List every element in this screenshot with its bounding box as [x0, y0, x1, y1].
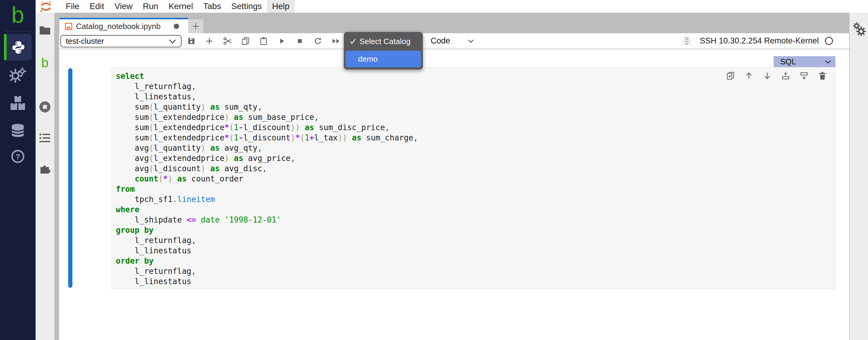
stop-icon[interactable] [295, 36, 304, 46]
cut-icon[interactable] [223, 36, 232, 46]
catalog-dropdown-title: Select Catalog [360, 37, 410, 46]
code-line: l_linestatus [116, 246, 418, 256]
chevron-down-icon [169, 39, 176, 44]
packages-icon [10, 95, 26, 111]
move-down-icon[interactable] [763, 72, 772, 80]
menu-edit[interactable]: Edit [85, 0, 109, 13]
tab-bar: Catalog_notebook.ipynb [59, 13, 849, 33]
rail-item-database[interactable] [0, 121, 36, 140]
code-line: l_linestatus [116, 276, 418, 287]
sidebar-item-file-browser[interactable] [36, 22, 54, 39]
code-cell[interactable]: select l_returnflag, l_linestatus, sum(l… [112, 67, 835, 289]
new-tab-button[interactable] [188, 19, 203, 33]
code-line: avg(l_extendedprice) as avg_price, [116, 153, 418, 163]
cell-type-select[interactable]: Code [431, 33, 474, 49]
kernel-name: SSH 10.30.2.254 Remote-Kernel [700, 36, 819, 46]
menu-kernel[interactable]: Kernel [163, 0, 198, 13]
rail-item-packages[interactable] [0, 93, 36, 113]
code-line: sum(l_quantity) as sum_qty, [116, 102, 418, 112]
run-icon[interactable] [277, 36, 286, 46]
toc-list-icon [39, 133, 51, 143]
rail-item-help[interactable]: ? [0, 147, 36, 166]
python-icon [11, 40, 26, 55]
code-line: from [116, 184, 418, 194]
rail-item-python-notebook[interactable] [4, 34, 32, 60]
tab-title: Catalog_notebook.ipynb [76, 22, 160, 31]
copy-icon[interactable] [241, 36, 250, 46]
save-icon[interactable] [187, 36, 196, 46]
code-line: sum(l_extendedprice*(1-l_discount)*(1+l_… [116, 133, 418, 143]
jupyter-orange-logo [40, 1, 52, 12]
duplicate-cell-icon[interactable] [726, 72, 735, 80]
unsaved-dot-icon[interactable] [174, 24, 179, 29]
running-kernels-icon [39, 101, 51, 113]
code-line: avg(l_discount) as avg_disc, [116, 163, 418, 174]
chevron-down-icon [825, 60, 831, 64]
paste-icon[interactable] [259, 36, 268, 46]
menubar: File Edit View Run Kernel Tabs Settings … [36, 0, 868, 13]
cell-collapser[interactable] [68, 68, 72, 288]
svg-text:?: ? [16, 152, 20, 161]
active-indicator [4, 34, 7, 60]
folder-icon [39, 25, 51, 35]
code-line: group by [116, 225, 418, 235]
notebook-toolbar: test-cluster [59, 33, 849, 49]
code-line: l_shipdate <= date '1998-12-01' [116, 215, 418, 225]
cell-toolbar [726, 72, 827, 80]
sidebar-item-running-kernels[interactable] [36, 98, 54, 115]
app-rail: b [0, 0, 36, 340]
right-sidebar [849, 13, 868, 340]
bug-icon[interactable] [682, 36, 692, 46]
code-line: l_linestatus, [116, 91, 418, 102]
rail-divider [4, 31, 32, 31]
sidebar-border-band [54, 13, 59, 340]
jupyter-sidebar: b [36, 13, 54, 340]
menu-run[interactable]: Run [138, 0, 163, 13]
sidebar-item-b-extension[interactable]: b [36, 54, 54, 71]
puzzle-icon [39, 163, 51, 174]
cell-language-select[interactable]: SQL [774, 56, 835, 67]
sidebar-item-extensions[interactable] [36, 160, 54, 177]
kernel-status-group: SSH 10.30.2.254 Remote-Kernel [682, 33, 833, 49]
menu-view[interactable]: View [109, 0, 137, 13]
catalog-dropdown: Select Catalog demo [344, 32, 423, 69]
code-editor[interactable]: select l_returnflag, l_linestatus, sum(l… [116, 71, 418, 287]
code-line: count(*) as count_order [116, 174, 418, 184]
catalog-option-demo[interactable]: demo [346, 51, 421, 67]
menu-tabs[interactable]: Tabs [198, 0, 226, 13]
move-up-icon[interactable] [745, 72, 753, 80]
cluster-select-value: test-cluster [66, 36, 104, 46]
code-line: select [116, 71, 418, 81]
run-all-icon[interactable] [332, 36, 341, 46]
code-line: sum(l_extendedprice*(1-l_discount)) as s… [116, 122, 418, 133]
code-line: sum(l_extendedprice) as sum_base_price, [116, 112, 418, 122]
delete-cell-icon[interactable] [818, 72, 827, 80]
check-icon [349, 38, 356, 45]
code-line: order by [116, 256, 418, 266]
property-gears-icon [852, 22, 866, 36]
menu-settings[interactable]: Settings [226, 0, 267, 13]
code-line: avg(l_quantity) as avg_qty, [116, 143, 418, 153]
menu-help[interactable]: Help [267, 0, 294, 13]
code-line: l_returnflag, [116, 235, 418, 246]
insert-above-icon[interactable] [781, 72, 790, 80]
cluster-select[interactable]: test-cluster [60, 35, 182, 48]
code-line: l_returnflag, [116, 266, 418, 276]
menu-items: File Edit View Run Kernel Tabs Settings … [61, 0, 294, 13]
code-line: tpch_sf1.lineitem [116, 194, 418, 204]
tab-catalog-notebook[interactable]: Catalog_notebook.ipynb [59, 18, 188, 33]
help-icon: ? [11, 149, 25, 163]
insert-below-icon[interactable] [800, 72, 808, 80]
sidebar-item-table-of-contents[interactable] [36, 130, 54, 146]
kernel-idle-circle[interactable] [825, 37, 833, 45]
toolbar-icons [187, 33, 341, 49]
catalog-dropdown-header[interactable]: Select Catalog [344, 32, 423, 51]
rail-item-settings[interactable] [0, 65, 36, 85]
cell-type-value: Code [431, 36, 450, 46]
restart-kernel-icon[interactable] [313, 36, 322, 46]
cell-language-value: SQL [780, 57, 796, 66]
sidebar-item-property-inspector[interactable] [849, 21, 868, 37]
menu-file[interactable]: File [61, 0, 85, 13]
add-cell-icon[interactable] [205, 36, 214, 46]
chevron-down-icon [468, 39, 474, 43]
